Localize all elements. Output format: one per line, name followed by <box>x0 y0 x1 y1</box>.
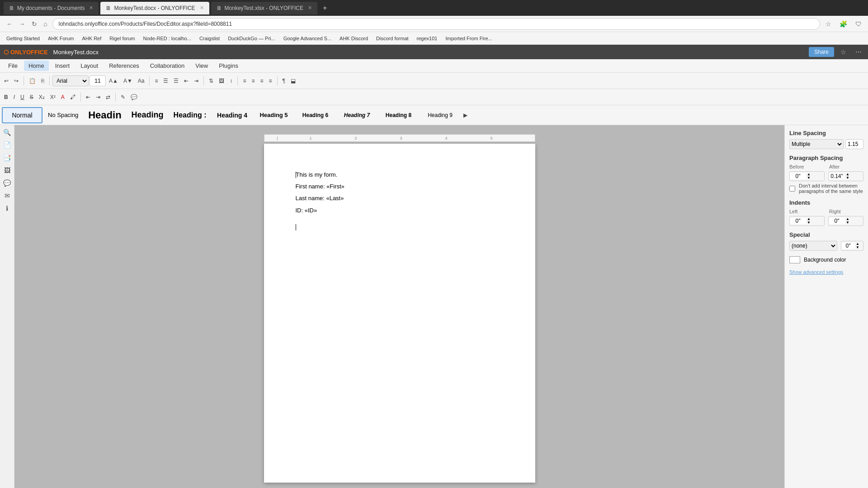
style-heading3[interactable]: Heading : <box>169 107 211 123</box>
sidebar-icon-navigator[interactable]: 📄 <box>2 140 13 150</box>
indent-decrease[interactable]: ⇤ <box>182 76 191 85</box>
image-button[interactable]: 🖼 <box>217 76 226 85</box>
styles-more-button[interactable]: ▶ <box>461 111 470 120</box>
bookmark-regex101[interactable]: regex101 <box>414 35 440 42</box>
style-heading6[interactable]: Heading 6 <box>295 107 335 123</box>
bookmark-google-advanced[interactable]: Google Advanced S... <box>281 35 334 42</box>
address-bar[interactable] <box>52 18 820 30</box>
font-size-input[interactable] <box>90 75 106 86</box>
style-normal[interactable]: Normal <box>2 107 42 123</box>
menu-view[interactable]: View <box>191 61 212 71</box>
bookmark-ahk-discord[interactable]: AHK Discord <box>337 35 371 42</box>
line-spacing-value-input[interactable] <box>845 139 863 149</box>
align-left[interactable]: ≡ <box>241 76 248 85</box>
sidebar-icon-headers[interactable]: 📑 <box>2 152 13 163</box>
bookmark-discord-format[interactable]: Discord format <box>373 35 411 42</box>
italic-button[interactable]: I <box>11 93 17 102</box>
menu-plugins[interactable]: Plugins <box>214 61 243 71</box>
before-spacing-input[interactable] <box>790 173 806 179</box>
right-indent-input[interactable] <box>829 218 845 224</box>
shield-icon[interactable]: 🛡 <box>853 19 864 29</box>
menu-insert[interactable]: Insert <box>51 61 75 71</box>
bookmark-imported-fire[interactable]: Imported From Fire... <box>443 35 495 42</box>
tab-monkeytest-docx[interactable]: 🗎 MonkeyTest.docx - ONLYOFFICE ✕ <box>100 2 209 14</box>
special-value-input[interactable] <box>841 243 855 249</box>
line-spacing-button[interactable]: ↕ <box>227 76 235 85</box>
left-indent-down[interactable]: ▼ <box>806 221 811 225</box>
share-button[interactable]: Share <box>809 47 834 57</box>
undo-button[interactable]: ↩ <box>2 76 11 85</box>
subscript-button[interactable]: X₂ <box>37 93 47 102</box>
align-right[interactable]: ≡ <box>258 76 266 85</box>
back-button[interactable]: ← <box>4 19 15 29</box>
bookmark-ddg[interactable]: DuckDuckGo — Pri... <box>225 35 278 42</box>
before-spacing-spinbox[interactable]: ▲▼ <box>789 171 825 181</box>
multilevel-button[interactable]: ☰ <box>171 76 181 85</box>
style-no-spacing[interactable]: No Spacing <box>43 107 83 123</box>
menu-references[interactable]: References <box>104 61 143 71</box>
after-spacing-input[interactable] <box>829 173 845 179</box>
font-color-button[interactable]: A <box>59 93 67 102</box>
bookmark-rigel[interactable]: Rigel forum <box>107 35 137 42</box>
sidebar-icon-search[interactable]: 🔍 <box>2 127 13 138</box>
sidebar-icon-images[interactable]: 🖼 <box>2 165 13 176</box>
menu-layout[interactable]: Layout <box>76 61 103 71</box>
tab-close-btn[interactable]: ✕ <box>200 5 204 11</box>
favorites-button[interactable]: ☆ <box>838 47 849 57</box>
line-spacing-type-select[interactable]: Multiple <box>789 139 844 149</box>
underline-button[interactable]: U <box>18 93 27 102</box>
align-center[interactable]: ≡ <box>250 76 257 85</box>
bold-button[interactable]: B <box>2 93 10 102</box>
redo-button[interactable]: ↪ <box>12 76 21 85</box>
decrease-indent2[interactable]: ⇥ <box>94 93 103 102</box>
style-heading8[interactable]: Heading 8 <box>378 107 419 123</box>
background-color-swatch[interactable] <box>789 256 800 263</box>
increase-indent2[interactable]: ⇤ <box>84 93 93 102</box>
sidebar-icon-comments[interactable]: 💬 <box>2 178 13 188</box>
document-area[interactable]: | 1 2 3 4 5 This is my form. First name:… <box>14 125 784 488</box>
font-size-down[interactable]: A▼ <box>121 76 135 85</box>
paste-button[interactable]: 📋 <box>27 76 38 85</box>
bookmark-ahk-forum[interactable]: AHK Forum <box>45 35 76 42</box>
paragraph-settings[interactable]: ⬓ <box>288 76 298 85</box>
before-down[interactable]: ▼ <box>806 176 811 180</box>
more-options-button[interactable]: ⋯ <box>853 47 864 57</box>
sort-button[interactable]: ⇅ <box>207 76 216 85</box>
style-heading5[interactable]: Heading 5 <box>253 107 294 123</box>
style-heading9[interactable]: Heading 9 <box>420 107 460 123</box>
new-tab-button[interactable]: + <box>319 4 330 12</box>
change-case-button[interactable]: Aa <box>136 76 147 85</box>
indent-increase[interactable]: ⇥ <box>192 76 201 85</box>
forward-button[interactable]: → <box>16 19 28 29</box>
extensions-button[interactable]: 🧩 <box>837 19 850 29</box>
style-heading7[interactable]: Heading 7 <box>336 107 377 123</box>
dont-add-interval-checkbox[interactable] <box>789 186 795 192</box>
tab-close-btn[interactable]: ✕ <box>308 5 312 11</box>
document-page[interactable]: This is my form. First name: «First» Las… <box>264 144 535 483</box>
track-changes[interactable]: ✎ <box>118 93 127 102</box>
font-family-select[interactable]: Arial <box>52 75 89 86</box>
bookmark-craigslist[interactable]: Craigslist <box>197 35 222 42</box>
numbering-button[interactable]: ☰ <box>161 76 170 85</box>
tab-close-btn[interactable]: ✕ <box>89 5 93 11</box>
tab-monkeytest-xlsx[interactable]: 🗎 MonkeyTest.xlsx - ONLYOFFICE ✕ <box>211 2 317 14</box>
special-value-spinbox[interactable]: ▲▼ <box>841 241 863 251</box>
bookmark-button[interactable]: ☆ <box>823 19 834 29</box>
style-heading2[interactable]: Heading <box>127 107 168 123</box>
left-indent-input[interactable] <box>790 218 806 224</box>
special-down[interactable]: ▼ <box>855 246 860 249</box>
bookmark-ahk-ref[interactable]: AHK Ref <box>79 35 104 42</box>
reload-button[interactable]: ↻ <box>29 19 40 29</box>
special-type-select[interactable]: (none) <box>789 241 837 251</box>
after-spacing-spinbox[interactable]: ▲▼ <box>828 171 863 181</box>
superscript-button[interactable]: X² <box>48 93 58 102</box>
sidebar-icon-info[interactable]: ℹ <box>2 203 13 214</box>
comment-button[interactable]: 💬 <box>128 93 140 102</box>
highlight-button[interactable]: 🖍 <box>68 93 78 102</box>
font-size-up[interactable]: A▲ <box>107 76 120 85</box>
style-heading4[interactable]: Heading 4 <box>212 107 252 123</box>
bookmark-getting-started[interactable]: Getting Started <box>4 35 42 42</box>
strikethrough-button[interactable]: S <box>28 93 36 102</box>
bookmark-nodered[interactable]: Node-RED : localho... <box>141 35 194 42</box>
left-indent-spinbox[interactable]: ▲▼ <box>789 216 825 226</box>
